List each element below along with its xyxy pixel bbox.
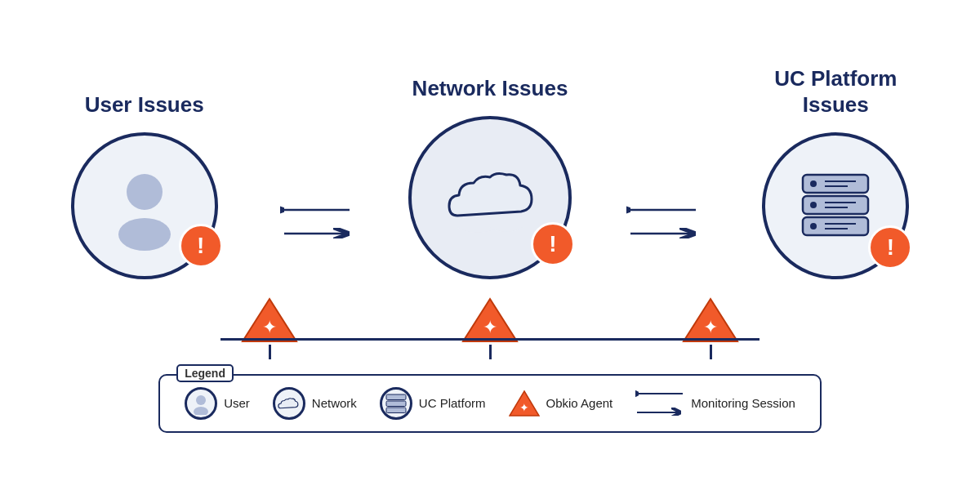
svg-point-14 [810,180,817,187]
user-error-badge: ! [179,224,223,268]
legend-user-svg [189,392,212,415]
svg-text:✦: ✦ [262,317,277,337]
horizontal-line [220,338,760,341]
uc-platform-icon-circle: ! [762,132,909,279]
left-agent-icon: ✦ [241,296,298,345]
right-agent-icon: ✦ [682,296,739,345]
right-arrow-left [626,206,700,221]
legend-monitoring-label: Monitoring Session [691,396,795,410]
svg-text:✦: ✦ [483,317,497,337]
right-connector-arrows [626,206,700,238]
agent-row: ✦ ✦ ✦ [41,296,939,359]
center-agent: ✦ [461,296,519,359]
svg-point-16 [810,223,817,229]
legend-user: User [185,387,250,420]
legend-triangle-svg: ✦ [509,390,540,417]
legend-user-icon [185,387,217,420]
legend-user-label: User [224,396,250,410]
center-vert-line [489,345,492,359]
right-vert-line [710,345,712,359]
server-svg-icon [791,165,880,247]
cloud-svg-icon [437,157,543,238]
network-icon-circle: ! [408,116,572,279]
diagram: User Issues ! [41,66,939,432]
uc-platform-column: UC Platform Issues [733,66,939,278]
network-issues-column: Network Issues ! [386,76,593,279]
svg-rect-33 [386,408,406,413]
legend-arrows [635,390,684,416]
legend-uc-icon [380,387,412,420]
center-agent-icon: ✦ [461,296,519,345]
svg-text:✦: ✦ [519,401,529,414]
user-issues-title: User Issues [85,92,204,118]
legend-box: Legend User Network [158,374,822,433]
legend-network-icon [273,387,305,420]
legend-uc-label: UC Platform [419,396,486,410]
legend-tag: Legend [176,364,234,382]
left-connector-arrows [280,206,354,238]
svg-point-29 [196,395,206,405]
uc-error-badge: ! [868,225,912,270]
legend-uc-platform: UC Platform [380,387,486,420]
uc-platform-title: UC Platform Issues [774,66,897,117]
user-issues-column: User Issues ! [41,92,247,279]
svg-rect-31 [386,394,406,400]
legend-monitoring: Monitoring Session [635,390,795,416]
right-arrows [602,206,724,279]
right-arrow-right [626,224,700,238]
legend-arrow-right-svg [635,404,684,416]
user-svg-icon [100,161,189,251]
legend-cloud-svg [277,394,301,413]
left-arrow-left [280,206,354,221]
svg-point-15 [810,202,817,208]
top-section: User Issues ! [41,66,939,287]
user-icon-circle: ! [71,132,218,279]
right-agent: ✦ [682,296,739,359]
legend-obkio: ✦ Obkio Agent [509,390,613,417]
network-issues-title: Network Issues [412,76,568,101]
svg-point-0 [127,174,163,210]
svg-text:✦: ✦ [703,317,718,337]
left-arrow-right [280,224,354,238]
svg-rect-32 [386,401,406,407]
legend-network-label: Network [312,396,357,410]
network-error-badge: ! [531,222,575,266]
legend-network: Network [273,387,357,420]
left-arrows [256,206,378,279]
legend-arrow-left-svg [635,390,684,402]
legend-obkio-label: Obkio Agent [546,396,613,410]
left-agent: ✦ [241,296,298,359]
legend-server-svg [385,394,407,413]
svg-point-30 [194,407,208,415]
svg-point-1 [118,218,171,251]
left-vert-line [269,345,271,359]
